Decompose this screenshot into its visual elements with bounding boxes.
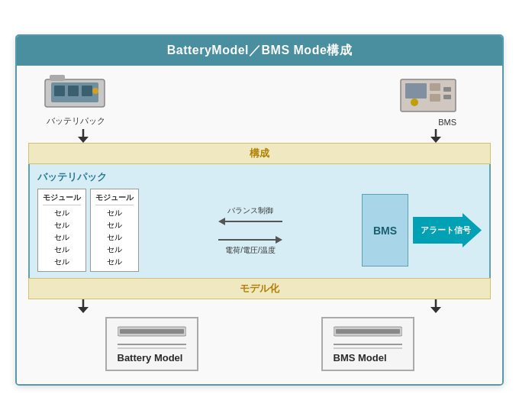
module-2-cell-4: セル [95, 244, 134, 256]
right-down-arrow [428, 129, 443, 143]
module-1-cell-3: セル [43, 231, 81, 244]
balance-arrow-row: バランス制御 [218, 205, 282, 225]
module-1-cell-5: セル [43, 256, 81, 268]
bms-board-icon [399, 76, 460, 115]
svg-marker-15 [78, 137, 89, 143]
bms-model-icon [334, 325, 402, 338]
module-1-cell-1: セル [43, 207, 81, 219]
svg-rect-12 [443, 87, 451, 92]
svg-rect-4 [68, 86, 79, 96]
measurement-label: 電荷/電圧/温度 [225, 245, 276, 256]
module-2-title: モジュール [95, 192, 134, 205]
bms-device-label: BMS [438, 118, 456, 127]
svg-marker-17 [430, 137, 441, 143]
module-2-cell-5: セル [95, 256, 134, 268]
svg-rect-3 [54, 86, 65, 96]
svg-text:アラート信号: アラート信号 [421, 225, 472, 234]
svg-rect-27 [336, 329, 400, 334]
svg-rect-10 [430, 94, 440, 102]
bms-model-card: BMS Model [321, 317, 414, 371]
svg-marker-21 [78, 307, 89, 313]
balance-line [225, 221, 282, 222]
module-2: モジュール セル セル セル セル セル [90, 189, 139, 272]
alert-arrow-icon: アラート信号 [413, 213, 482, 247]
module-1: モジュール セル セル セル セル セル [37, 189, 86, 272]
measurement-line [218, 239, 276, 241]
balance-arrowhead [218, 218, 225, 225]
blue-zone: バッテリパック モジュール セル セル セル [28, 164, 491, 278]
battery-device-label: バッテリパック [47, 115, 105, 127]
battery-pack-icon [44, 73, 108, 113]
modelize-band: モデル化 [28, 278, 491, 299]
middle-arrows: バランス制御 電荷/電圧/温度 [143, 205, 357, 256]
measurement-arrowhead [276, 236, 282, 244]
balance-label: バランス制御 [227, 205, 273, 216]
measurement-arrow-row: 電荷/電圧/温度 [218, 236, 282, 256]
battery-pack-title: バッテリパック [37, 170, 482, 184]
modules-area: モジュール セル セル セル セル セル モジュール [37, 189, 139, 272]
svg-rect-8 [405, 83, 427, 99]
svg-rect-9 [430, 83, 440, 91]
battery-model-title: Battery Model [118, 352, 186, 363]
left-model-arrow [76, 299, 91, 313]
battery-model-card: Battery Model [105, 317, 198, 371]
battery-device: バッテリパック [44, 73, 108, 127]
module-2-cell-2: セル [95, 219, 134, 231]
module-2-cell-3: セル [95, 231, 134, 244]
bms-box: BMS [362, 194, 408, 267]
left-down-arrow [76, 129, 91, 143]
right-model-arrow [428, 299, 443, 313]
module-2-cell-1: セル [95, 207, 134, 219]
battery-model-icon [118, 325, 186, 338]
bms-model-title: BMS Model [334, 352, 402, 363]
svg-rect-5 [82, 86, 92, 96]
svg-rect-1 [50, 75, 65, 81]
config-band: 構成 [28, 143, 491, 164]
module-1-title: モジュール [43, 192, 81, 205]
svg-rect-13 [443, 95, 451, 99]
svg-point-11 [411, 99, 418, 106]
alert-arrow-area: アラート信号 [413, 213, 482, 247]
bms-device: BMS [399, 76, 460, 127]
header-bar: BatteryModel／BMS Mode構成 [17, 36, 502, 66]
module-1-cell-4: セル [43, 244, 81, 256]
svg-rect-25 [120, 329, 184, 334]
svg-point-6 [92, 88, 98, 94]
module-1-cell-2: セル [43, 219, 81, 231]
svg-marker-23 [430, 307, 441, 313]
